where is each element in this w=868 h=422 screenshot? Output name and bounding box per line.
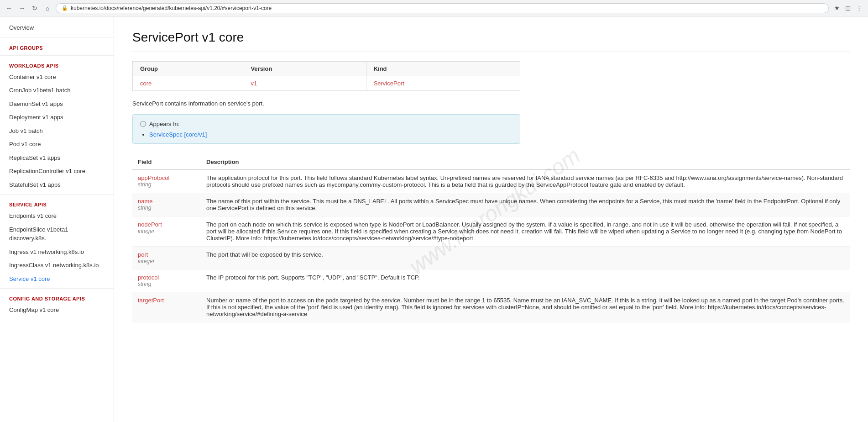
sidebar-item-service[interactable]: Service v1 core [0,272,114,286]
fields-table-row: appProtocolstringThe application protoco… [132,169,850,193]
sidebar-item-statefulset[interactable]: StatefulSet v1 apps [0,178,114,192]
field-cell-name: appProtocolstring [132,169,201,193]
fields-table-row: namestringThe name of this port within t… [132,193,850,216]
sidebar-divider-1 [0,37,114,38]
field-cell-name: namestring [132,193,201,216]
sidebar-item-ingressclass[interactable]: IngressClass v1 networking.k8s.io [0,258,114,272]
browser-actions: ★ ◫ ⋮ [832,4,863,13]
field-name[interactable]: targetPort [138,297,195,304]
sidebar-item-container[interactable]: Container v1 core [0,70,114,84]
sidebar-item-configmap[interactable]: ConfigMap v1 core [0,303,114,317]
address-text: kubernetes.io/docs/reference/generated/k… [71,5,823,11]
sidebar-divider-3 [0,194,114,195]
sidebar-divider-2 [0,55,114,56]
sidebar-item-endpointslice[interactable]: EndpointSlice v1beta1 discovery.k8s. [0,223,114,245]
sidebar-section-api-groups: API Groups [0,41,114,53]
field-type: string [138,181,195,188]
field-type: integer [138,258,195,264]
api-table-row: core v1 ServicePort [133,76,520,91]
appears-in-item: ServiceSpec [core/v1] [149,131,512,138]
fields-table-row: protocolstringThe IP protocol for this p… [132,269,850,292]
field-type: string [138,281,195,287]
api-table-header-kind: Kind [366,62,520,76]
field-name[interactable]: appProtocol [138,174,195,181]
page-description: ServicePort contains information on serv… [132,100,850,107]
sidebar-divider-4 [0,288,114,289]
bookmark-icon[interactable]: ★ [832,4,842,13]
fields-table-row: targetPortNumber or name of the port to … [132,292,850,322]
sidebar-item-deployment[interactable]: Deployment v1 apps [0,111,114,124]
api-table-cell-kind[interactable]: ServicePort [366,76,520,91]
fields-table-row: nodePortintegerThe port on each node on … [132,216,850,247]
field-type: string [138,205,195,211]
page-title: ServicePort v1 core [132,30,850,52]
extensions-icon[interactable]: ◫ [843,4,852,13]
api-table-cell-group[interactable]: core [133,76,243,91]
sidebar-item-replicationcontroller[interactable]: ReplicationController v1 core [0,164,114,178]
sidebar-item-job[interactable]: Job v1 batch [0,124,114,138]
fields-header-description: Description [201,155,850,169]
sidebar: Overview API Groups WORKLOADS APIS Conta… [0,16,114,422]
fields-header-field: Field [132,155,201,169]
field-name[interactable]: name [138,198,195,205]
api-table-cell-version[interactable]: v1 [243,76,366,91]
appears-in-list: ServiceSpec [core/v1] [140,131,512,138]
api-table-header-group: Group [133,62,243,76]
address-bar[interactable]: 🔒 kubernetes.io/docs/reference/generated… [56,3,829,13]
field-description: The application protocol for this port. … [201,169,850,193]
field-description: The name of this port within the service… [201,193,850,216]
sidebar-item-pod[interactable]: Pod v1 core [0,137,114,151]
field-description: The port that will be exposed by this se… [201,247,850,269]
sidebar-section-config: CONFIG AND STORAGE APIS [0,291,114,303]
field-cell-name: targetPort [132,292,201,322]
field-cell-name: nodePortinteger [132,216,201,247]
field-description: Number or name of the port to access on … [201,292,850,322]
lock-icon: 🔒 [62,5,68,11]
field-name[interactable]: nodePort [138,221,195,228]
api-table-header-version: Version [243,62,366,76]
sidebar-item-ingress[interactable]: Ingress v1 networking.k8s.io [0,245,114,259]
field-cell-name: protocolstring [132,269,201,292]
info-icon: ⓘ [140,121,146,127]
appears-in-box: ⓘ Appears In: ServiceSpec [core/v1] [132,114,520,144]
back-button[interactable]: ← [5,4,14,13]
field-name[interactable]: port [138,251,195,258]
fields-table-row: portintegerThe port that will be exposed… [132,247,850,269]
sidebar-item-endpoints[interactable]: Endpoints v1 core [0,209,114,223]
home-button[interactable]: ⌂ [43,4,52,13]
forward-button[interactable]: → [17,4,26,13]
fields-table: Field Description appProtocolstringThe a… [132,155,850,322]
field-type: integer [138,228,195,234]
sidebar-item-overview[interactable]: Overview [0,21,114,35]
sidebar-item-replicaset[interactable]: ReplicaSet v1 apps [0,151,114,165]
appears-in-link[interactable]: ServiceSpec [core/v1] [149,131,207,138]
field-cell-name: portinteger [132,247,201,269]
sidebar-section-service: SERVICE APIS [0,197,114,209]
sidebar-section-workloads: WORKLOADS APIS [0,58,114,70]
page-layout: Overview API Groups WORKLOADS APIS Conta… [0,16,868,422]
field-name[interactable]: protocol [138,274,195,281]
appears-in-title: ⓘ Appears In: [140,120,512,128]
api-table: Group Version Kind core v1 ServicePort [132,61,520,91]
browser-chrome: ← → ↻ ⌂ 🔒 kubernetes.io/docs/reference/g… [0,0,868,16]
reload-button[interactable]: ↻ [30,4,39,13]
sidebar-item-daemonset[interactable]: DaemonSet v1 apps [0,97,114,111]
main-content: ServicePort v1 core Group Version Kind c… [114,16,868,422]
field-description: The port on each node on which this serv… [201,216,850,247]
sidebar-item-cronjob[interactable]: CronJob v1beta1 batch [0,84,114,97]
field-description: The IP protocol for this port. Supports … [201,269,850,292]
menu-icon[interactable]: ⋮ [854,4,863,13]
